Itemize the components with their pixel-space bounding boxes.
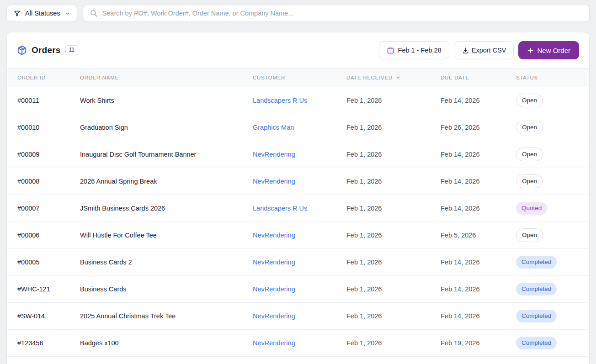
customer-link[interactable]: Landscapers R Us: [253, 97, 307, 104]
order-name: JSmith Business Cards 2026: [80, 195, 253, 222]
date-received: Feb 1, 2026: [346, 330, 441, 357]
customer-link[interactable]: Graphics Man: [253, 124, 294, 131]
due-date: Feb 14, 2026: [441, 87, 516, 114]
due-date: Feb 26, 2026: [441, 114, 516, 141]
order-name: Business Cards 2: [80, 249, 253, 276]
table-row[interactable]: #00010 Graduation Sign Graphics Man Feb …: [7, 114, 589, 141]
due-date: Feb 14, 2026: [441, 276, 516, 303]
table-row[interactable]: #SW-014 2025 Annual Christmas Trek Tee N…: [7, 303, 589, 330]
order-id: #00010: [7, 114, 80, 141]
date-range-label: Feb 1 - Feb 28: [398, 47, 442, 54]
filter-bar: All Statuses: [0, 0, 596, 22]
orders-count-badge: 11: [65, 45, 78, 55]
status-badge: Completed: [516, 310, 557, 322]
order-name: Business Cards: [80, 276, 253, 303]
order-id: #00007: [7, 195, 80, 222]
table-row[interactable]: #00007 JSmith Business Cards 2026 Landsc…: [7, 195, 589, 222]
customer-link[interactable]: NevRendering: [253, 178, 295, 185]
order-name: 2025 Annual Christmas Trek Tee: [80, 303, 253, 330]
status-badge: Completed: [516, 256, 557, 269]
export-csv-label: Export CSV: [472, 47, 506, 54]
new-order-button[interactable]: New Order: [518, 41, 579, 59]
status-filter-dropdown[interactable]: All Statuses: [6, 5, 77, 22]
date-received: Feb 1, 2026: [346, 114, 441, 141]
export-csv-button[interactable]: Export CSV: [454, 41, 514, 59]
status-badge: Open: [516, 148, 543, 161]
customer-link[interactable]: NevRendering: [253, 151, 295, 158]
date-received: Feb 1, 2026: [346, 222, 441, 249]
order-id: #123456: [7, 330, 80, 357]
column-header-due-date: DUE DATE: [441, 69, 516, 87]
customer-link[interactable]: NevRendering: [253, 285, 295, 293]
due-date: Feb 14, 2026: [441, 249, 516, 276]
calendar-icon: [387, 47, 394, 54]
order-id: #00006: [7, 222, 80, 249]
table-row[interactable]: #00011 Work Shirts Landscapers R Us Feb …: [7, 87, 589, 114]
order-name: 2026 Annual Spring Break: [80, 168, 253, 195]
due-date: Feb 14, 2026: [441, 195, 516, 222]
order-id: #SW-014: [7, 303, 80, 330]
column-header-customer: CUSTOMER: [253, 69, 346, 87]
order-id: #00009: [7, 141, 80, 168]
date-received: Feb 1, 2026: [346, 195, 441, 222]
customer-link[interactable]: NevRendering: [253, 258, 295, 266]
table-row[interactable]: #00009 Inaugural Disc Golf Tournament Ba…: [7, 141, 589, 168]
order-id: #00008: [7, 168, 80, 195]
column-header-status: STATUS: [516, 69, 589, 87]
order-id: #WHC-121: [7, 276, 80, 303]
order-id: #00005: [7, 249, 80, 276]
search-input[interactable]: [102, 10, 583, 17]
date-range-button[interactable]: Feb 1 - Feb 28: [379, 41, 449, 59]
date-received: Feb 1, 2026: [346, 303, 441, 330]
due-date: Feb 14, 2026: [441, 141, 516, 168]
status-badge: Open: [516, 174, 543, 188]
date-received: Feb 1, 2026: [346, 168, 441, 195]
date-received: Feb 1, 2026: [346, 87, 441, 114]
customer-link[interactable]: NevRendering: [253, 312, 295, 320]
search-box: [83, 5, 590, 22]
date-received: Feb 1, 2026: [346, 249, 441, 276]
filter-icon: [13, 10, 21, 17]
column-header-order-id: ORDER ID: [7, 69, 80, 87]
search-icon: [90, 9, 98, 17]
due-date: Feb 14, 2026: [441, 303, 516, 330]
date-received: Feb 1, 2026: [346, 276, 441, 303]
customer-link[interactable]: Landscapers R Us: [253, 205, 307, 212]
status-badge: Completed: [516, 337, 557, 349]
order-name: Inaugural Disc Golf Tournament Banner: [80, 141, 253, 168]
orders-panel-header: Orders 11 Feb 1 - Feb 28: [7, 32, 589, 68]
status-badge: Open: [516, 94, 543, 107]
status-badge: Open: [516, 228, 543, 242]
table-row[interactable]: #123456 Badges x100 NevRendering Feb 1, …: [7, 330, 589, 357]
table-row[interactable]: #00005 Business Cards 2 NevRendering Feb…: [7, 249, 589, 276]
sort-chevron-down-icon: [395, 75, 401, 80]
due-date: Feb 14, 2026: [441, 168, 516, 195]
chevron-down-icon: [64, 11, 70, 16]
page-title: Orders: [32, 45, 61, 55]
download-icon: [462, 47, 469, 54]
table-row[interactable]: #00008 2026 Annual Spring Break NevRende…: [7, 168, 589, 195]
package-icon: [17, 45, 27, 55]
order-name: Work Shirts: [80, 87, 253, 114]
new-order-label: New Order: [537, 47, 570, 54]
column-header-date-received[interactable]: DATE RECEIVED: [346, 69, 441, 87]
order-id: #00011: [7, 87, 80, 114]
table-row[interactable]: #00006 Will Hustle For Coffee Tee NevRen…: [7, 222, 589, 249]
orders-table: ORDER ID ORDER NAME CUSTOMER DATE RECEIV…: [7, 68, 589, 357]
status-badge: Quoted: [516, 202, 547, 215]
status-badge: Open: [516, 121, 543, 134]
customer-link[interactable]: NevRendering: [253, 339, 295, 347]
status-badge: Completed: [516, 283, 557, 295]
customer-link[interactable]: NevRendering: [253, 232, 295, 239]
order-name: Graduation Sign: [80, 114, 253, 141]
order-name: Will Hustle For Coffee Tee: [80, 222, 253, 249]
due-date: Feb 19, 2026: [441, 330, 516, 357]
plus-icon: [527, 47, 534, 54]
date-received: Feb 1, 2026: [346, 141, 441, 168]
due-date: Feb 5, 2026: [441, 222, 516, 249]
column-header-order-name: ORDER NAME: [80, 69, 253, 87]
order-name: Badges x100: [80, 330, 253, 357]
status-filter-label: All Statuses: [25, 10, 60, 17]
table-row[interactable]: #WHC-121 Business Cards NevRendering Feb…: [7, 276, 589, 303]
orders-panel: Orders 11 Feb 1 - Feb 28: [6, 32, 590, 364]
